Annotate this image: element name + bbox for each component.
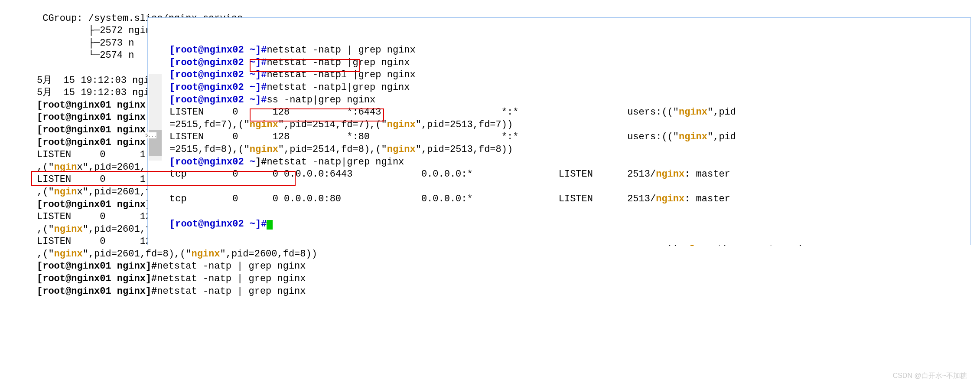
listen-row-2: LISTEN 0 1 <box>37 174 146 185</box>
date-line2: 5月 15 19:12:03 ngi <box>37 87 150 98</box>
watermark-text: CSDN @白开水~不加糖 <box>893 371 967 381</box>
netstat-line-2: [root@nginx01 nginx]#netstat -natp | gre… <box>37 273 306 284</box>
ov-cmd-4: [root@nginx02 ~]#netstat -natpl|grep ngi… <box>169 82 410 93</box>
ov-cmd-3: [root@nginx02 ~]#netstat -natpl |grep ng… <box>169 69 416 80</box>
proc-line3: └─2574 n <box>37 50 134 61</box>
prompt-nginx01-3: [root@nginx01 nginx <box>37 125 146 135</box>
overlay-content: [root@nginx02 ~]#netstat -natp | grep ng… <box>148 32 970 231</box>
users-80-line: ,("nginx",pid=2601,fd=8),("nginx",pid=26… <box>37 249 317 259</box>
ov-cmd-1: [root@nginx02 ~]#netstat -natp | grep ng… <box>169 45 416 56</box>
users-row-1: ,("nginx",pid=2601, <box>37 162 146 173</box>
ov-tcp-6443: tcp 0 0 0.0.0.0:6443 0.0.0.0:* LISTEN 25… <box>169 169 730 180</box>
listen-row-1: LISTEN 0 1 <box>37 149 146 160</box>
ov-cmd-5-ss: [root@nginx02 ~]#ss -natp|grep nginx <box>169 95 375 105</box>
ov-listen-6443: LISTEN 0 128 *:6443 *:* users:(("nginx",… <box>169 107 736 118</box>
blank-line2 <box>169 181 175 192</box>
netstat-line-3: [root@nginx01 nginx]#netstat -natp | gre… <box>37 286 306 297</box>
ov-users-80: =2515,fd=8),("nginx",pid=2514,fd=8),("ng… <box>169 144 513 155</box>
cursor-icon <box>267 220 273 230</box>
blank-line3 <box>169 206 175 217</box>
ov-cmd-2: [root@nginx02 ~]#netstat -natp |grep ngi… <box>169 57 410 68</box>
netstat-line-1: [root@nginx01 nginx]#netstat -natp | gre… <box>37 261 306 272</box>
prompt-nginx01-2: [root@nginx01 nginx <box>37 112 146 123</box>
prompt-nginx01-4: [root@nginx01 nginx <box>37 137 146 148</box>
ov-final-prompt[interactable]: [root@nginx02 ~]# <box>169 219 273 230</box>
overlay-terminal-window[interactable]: [root@nginx02 ~]#netstat -natp | grep ng… <box>147 17 971 245</box>
ov-cmd-6-netstat: [root@nginx02 ~]#netstat -natp|grep ngin… <box>169 157 404 167</box>
ov-users-6443: =2515,fd=7),("nginx",pid=2514,fd=7),("ng… <box>169 119 513 130</box>
prompt-nginx01-1: [root@nginx01 nginx <box>37 100 146 111</box>
ov-listen-80: LISTEN 0 128 *:80 *:* users:(("nginx",pi… <box>169 131 736 142</box>
ov-tcp-80: tcp 0 0 0.0.0.0:80 0.0.0.0:* LISTEN 2513… <box>169 194 730 204</box>
proc-line2: ├─2573 n <box>37 38 134 49</box>
scrollbar-label: 5... <box>145 132 156 138</box>
date-line1: 5月 15 19:12:03 ngi <box>37 75 150 86</box>
